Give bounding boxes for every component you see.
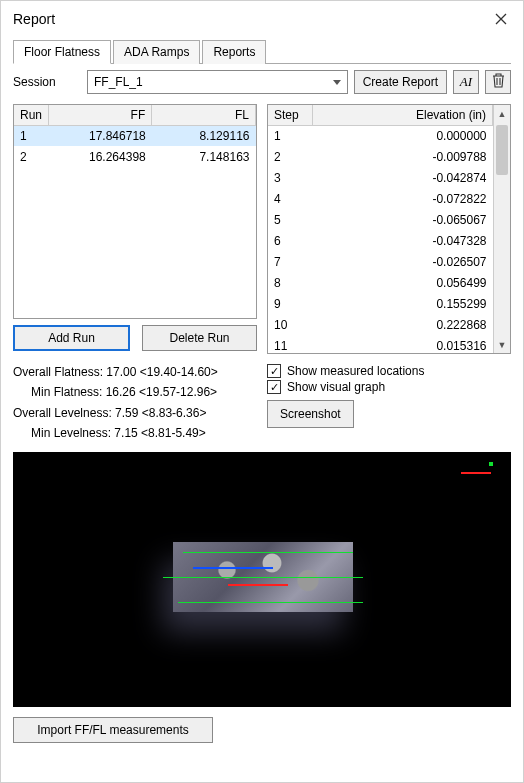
- table-row[interactable]: 7-0.026507: [268, 252, 493, 273]
- viz-measure-line: [183, 552, 353, 553]
- checkbox-show-visual-label: Show visual graph: [287, 380, 385, 394]
- table-row[interactable]: 100.222868: [268, 315, 493, 336]
- tab-floor-flatness[interactable]: Floor Flatness: [13, 40, 111, 64]
- viz-measure-line: [178, 602, 363, 603]
- steps-scrollbar[interactable]: ▲ ▼: [493, 105, 510, 353]
- table-row[interactable]: 110.015316: [268, 336, 493, 355]
- runs-grid[interactable]: Run FF FL 1 17.846718 8.129116: [13, 104, 257, 319]
- table-row[interactable]: 1 17.846718 8.129116: [14, 126, 256, 147]
- checkbox-show-measured[interactable]: ✓ Show measured locations: [267, 364, 511, 378]
- runs-panel: Run FF FL 1 17.846718 8.129116: [13, 104, 257, 354]
- check-icon: ✓: [267, 380, 281, 394]
- ai-button-label: AI: [460, 74, 472, 90]
- tab-ada-ramps[interactable]: ADA Ramps: [113, 40, 200, 64]
- table-row[interactable]: 2-0.009788: [268, 147, 493, 168]
- viz-axis-marker: [489, 462, 493, 466]
- stats-block: Overall Flatness: 17.00 <19.40-14.60> Mi…: [13, 362, 257, 444]
- stat-min-flatness: Min Flatness: 16.26 <19.57-12.96>: [13, 382, 257, 402]
- table-row[interactable]: 6-0.047328: [268, 231, 493, 252]
- checkbox-show-visual[interactable]: ✓ Show visual graph: [267, 380, 511, 394]
- steps-header-step[interactable]: Step: [268, 105, 312, 126]
- stat-overall-flatness: Overall Flatness: 17.00 <19.40-14.60>: [13, 362, 257, 382]
- viz-measure-line: [228, 584, 288, 586]
- tab-reports[interactable]: Reports: [202, 40, 266, 64]
- viz-measure-line: [193, 567, 273, 569]
- tab-bar: Floor Flatness ADA Ramps Reports: [13, 39, 511, 64]
- mid-row: Overall Flatness: 17.00 <19.40-14.60> Mi…: [13, 354, 511, 444]
- stat-min-levelness: Min Levelness: 7.15 <8.81-5.49>: [13, 423, 257, 443]
- steps-header-elev[interactable]: Elevation (in): [312, 105, 493, 126]
- ai-button[interactable]: AI: [453, 70, 479, 94]
- runs-header-ff[interactable]: FF: [48, 105, 152, 126]
- report-window: Report Floor Flatness ADA Ramps Reports …: [0, 0, 524, 783]
- add-run-button[interactable]: Add Run: [13, 325, 130, 351]
- table-row[interactable]: 90.155299: [268, 294, 493, 315]
- steps-panel: Step Elevation (in) 10.000000 2-0.009788…: [267, 104, 511, 354]
- session-label: Session: [13, 75, 81, 89]
- runs-header-fl[interactable]: FL: [152, 105, 256, 126]
- scroll-thumb[interactable]: [496, 125, 508, 175]
- tables-row: Run FF FL 1 17.846718 8.129116: [13, 104, 511, 354]
- table-row[interactable]: 10.000000: [268, 126, 493, 147]
- delete-session-button[interactable]: [485, 70, 511, 94]
- window-title: Report: [13, 11, 55, 27]
- viz-measure-line: [163, 577, 363, 578]
- checkbox-show-measured-label: Show measured locations: [287, 364, 424, 378]
- check-icon: ✓: [267, 364, 281, 378]
- import-button[interactable]: Import FF/FL measurements: [13, 717, 213, 743]
- table-row[interactable]: 2 16.264398 7.148163: [14, 147, 256, 168]
- scroll-down-icon[interactable]: ▼: [494, 336, 510, 353]
- content-area: Floor Flatness ADA Ramps Reports Session…: [1, 37, 523, 782]
- visualization-canvas[interactable]: [13, 452, 511, 707]
- table-row[interactable]: 5-0.065067: [268, 210, 493, 231]
- runs-header-run[interactable]: Run: [14, 105, 48, 126]
- screenshot-button[interactable]: Screenshot: [267, 400, 354, 428]
- create-report-button[interactable]: Create Report: [354, 70, 447, 94]
- session-value: FF_FL_1: [94, 75, 143, 89]
- right-controls: ✓ Show measured locations ✓ Show visual …: [267, 362, 511, 444]
- session-row: Session FF_FL_1 Create Report AI: [13, 70, 511, 94]
- steps-grid[interactable]: Step Elevation (in) 10.000000 2-0.009788…: [267, 104, 511, 354]
- viz-axis-arrow: [461, 472, 491, 474]
- table-row[interactable]: 3-0.042874: [268, 168, 493, 189]
- close-icon[interactable]: [491, 9, 511, 29]
- session-select[interactable]: FF_FL_1: [87, 70, 348, 94]
- trash-icon: [492, 73, 505, 91]
- table-row[interactable]: 80.056499: [268, 273, 493, 294]
- table-row[interactable]: 4-0.072822: [268, 189, 493, 210]
- delete-run-button[interactable]: Delete Run: [142, 325, 257, 351]
- runs-buttons: Add Run Delete Run: [13, 325, 257, 351]
- titlebar: Report: [1, 1, 523, 37]
- stat-overall-levelness: Overall Levelness: 7.59 <8.83-6.36>: [13, 403, 257, 423]
- scroll-up-icon[interactable]: ▲: [494, 105, 510, 122]
